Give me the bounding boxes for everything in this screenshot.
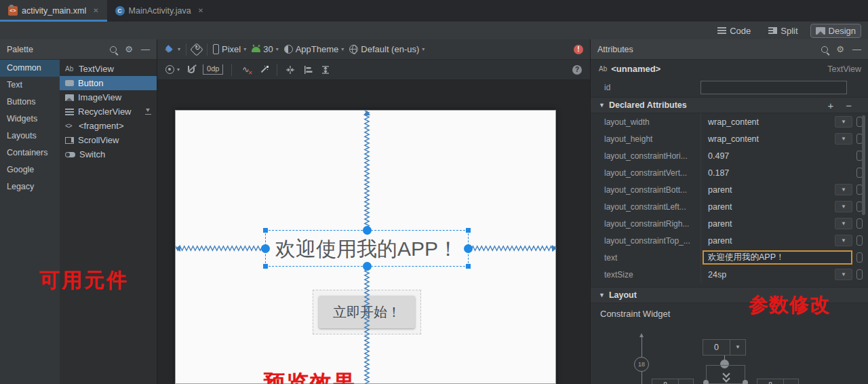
- palette-item-recyclerview[interactable]: RecyclerView: [60, 104, 157, 119]
- resize-handle-top-right[interactable]: [466, 228, 471, 233]
- palette-item-fragment[interactable]: <> <fragment>: [60, 119, 157, 133]
- close-icon[interactable]: ✕: [93, 7, 98, 14]
- attr-value[interactable]: 24sp: [708, 270, 726, 280]
- scrollbar-thumb[interactable]: [862, 115, 865, 215]
- attr-value[interactable]: 0.497: [708, 151, 729, 161]
- attr-value[interactable]: parent: [708, 219, 732, 229]
- palette-item-textview[interactable]: Ab TextView: [60, 62, 157, 76]
- palette-category-layouts[interactable]: Layouts: [0, 128, 60, 145]
- right-anchor-dot[interactable]: [743, 380, 748, 384]
- distribute-button[interactable]: [321, 65, 330, 75]
- attr-value[interactable]: parent: [708, 185, 732, 195]
- close-icon[interactable]: ✕: [198, 7, 203, 14]
- search-icon[interactable]: [821, 46, 828, 53]
- code-mode-button[interactable]: Code: [712, 24, 756, 38]
- anchor-bottom[interactable]: [363, 262, 372, 271]
- flag-icon[interactable]: [856, 235, 863, 246]
- palette-category-text[interactable]: Text: [0, 77, 60, 94]
- gear-icon[interactable]: ⚙: [125, 44, 133, 54]
- pack-button[interactable]: [285, 65, 295, 75]
- bias-value-badge[interactable]: 18: [634, 357, 649, 372]
- resize-handle-top-left[interactable]: [263, 228, 268, 233]
- anchor-right[interactable]: [464, 244, 473, 253]
- palette-item-switch[interactable]: Switch: [60, 147, 157, 161]
- dropdown-arrow[interactable]: ▼: [835, 133, 852, 145]
- minimize-icon[interactable]: —: [852, 44, 861, 54]
- text-value-input[interactable]: 欢迎使用我的APP！: [703, 250, 852, 265]
- attr-value[interactable]: parent: [708, 236, 732, 246]
- device-selector[interactable]: Pixel ▾: [213, 44, 246, 54]
- locale-selector[interactable]: Default (en-us) ▾: [349, 44, 425, 54]
- api-level-selector[interactable]: 30 ▾: [252, 44, 278, 54]
- constraint-arrow-right: [552, 245, 557, 252]
- palette-item-button[interactable]: Button: [60, 76, 157, 90]
- right-margin-dropdown[interactable]: 8 ▼: [757, 379, 799, 384]
- dropdown-arrow[interactable]: ▼: [835, 235, 852, 246]
- constraint-widget[interactable]: 18 0 ▼ 8 ▼ 8 ▼: [591, 331, 868, 384]
- flag-icon[interactable]: [856, 218, 863, 229]
- attr-value[interactable]: 0.187: [708, 168, 729, 178]
- error-badge[interactable]: !: [574, 45, 583, 54]
- default-margin-button[interactable]: 0dp: [203, 64, 223, 75]
- device-screen[interactable]: 立即开始！ 欢迎使用我的APP！ 预览效果: [175, 110, 556, 384]
- layout-canvas[interactable]: 立即开始！ 欢迎使用我的APP！ 预览效果: [157, 80, 590, 384]
- minimize-icon[interactable]: —: [141, 44, 150, 54]
- left-anchor-dot[interactable]: [703, 380, 709, 384]
- palette-item-imageview[interactable]: ImageView: [60, 90, 157, 104]
- dropdown-arrow[interactable]: ▼: [835, 218, 852, 229]
- attr-value[interactable]: parent: [708, 202, 732, 212]
- remove-attribute-button[interactable]: −: [846, 100, 852, 111]
- dropdown-arrow[interactable]: ▼: [835, 184, 852, 195]
- design-mode-button[interactable]: Design: [810, 24, 861, 38]
- clear-constraints-button[interactable]: ∿✕: [240, 64, 251, 75]
- palette-category-containers[interactable]: Containers: [0, 145, 60, 161]
- gear-icon[interactable]: ⚙: [836, 44, 844, 54]
- declared-attributes-header[interactable]: ▼ Declared Attributes + −: [591, 97, 868, 113]
- palette-item-scrollview[interactable]: ScrollView: [60, 133, 157, 147]
- palette-category-google[interactable]: Google: [0, 161, 60, 178]
- widget-box[interactable]: [706, 365, 745, 384]
- resize-handle-bottom-left[interactable]: [263, 264, 268, 269]
- java-class-icon: C: [115, 6, 125, 16]
- align-button[interactable]: [303, 65, 313, 75]
- view-options-button[interactable]: ▾: [165, 65, 180, 74]
- attr-value[interactable]: wrap_content: [708, 117, 759, 127]
- flag-icon[interactable]: [856, 252, 863, 263]
- search-icon[interactable]: [110, 46, 117, 53]
- dropdown-arrow[interactable]: ▼: [835, 269, 852, 280]
- tab-activity-main-xml[interactable]: <> activity_main.xml ✕: [0, 0, 107, 21]
- add-attribute-button[interactable]: +: [827, 100, 833, 111]
- palette-category-widgets[interactable]: Widgets: [0, 111, 60, 128]
- palette-title: Palette: [7, 45, 33, 54]
- selected-textview[interactable]: 欢迎使用我的APP！: [265, 230, 469, 267]
- palette-category-buttons[interactable]: Buttons: [0, 94, 60, 111]
- design-icon: [816, 27, 825, 35]
- top-margin-dropdown[interactable]: 0 ▼: [703, 339, 746, 356]
- dropdown-arrow[interactable]: ▼: [835, 201, 852, 212]
- left-margin-dropdown[interactable]: 8 ▼: [652, 379, 694, 384]
- dropdown-arrow[interactable]: ▼: [835, 116, 852, 128]
- anchor-top[interactable]: [363, 226, 372, 235]
- theme-selector[interactable]: AppTheme ▾: [284, 44, 344, 54]
- split-mode-button[interactable]: Split: [763, 24, 803, 38]
- palette-category-common[interactable]: Common: [0, 60, 60, 77]
- palette-category-legacy[interactable]: Legacy: [0, 178, 60, 195]
- theme-icon: [284, 45, 293, 54]
- dropdown-arrow[interactable]: ▼: [678, 379, 693, 384]
- orientation-selector[interactable]: [192, 45, 201, 54]
- recyclerview-icon: [65, 109, 74, 115]
- tab-mainactivity-java[interactable]: C MainActivity.java ✕: [107, 0, 212, 21]
- params-annotation: 参数修改: [749, 292, 830, 319]
- infer-constraints-button[interactable]: [259, 65, 269, 75]
- dropdown-arrow[interactable]: ▼: [783, 379, 798, 384]
- attr-row-text: text 欢迎使用我的APP！: [591, 249, 868, 266]
- flag-icon[interactable]: [856, 269, 863, 280]
- attr-value[interactable]: wrap_content: [708, 134, 759, 144]
- id-input[interactable]: [701, 81, 847, 94]
- design-surface-selector[interactable]: ▾: [164, 45, 180, 54]
- resize-handle-bottom-right[interactable]: [466, 264, 471, 269]
- dropdown-arrow[interactable]: ▼: [730, 340, 745, 355]
- anchor-left[interactable]: [261, 244, 270, 253]
- autoconnect-toggle[interactable]: [188, 66, 195, 73]
- help-icon[interactable]: ?: [572, 65, 582, 75]
